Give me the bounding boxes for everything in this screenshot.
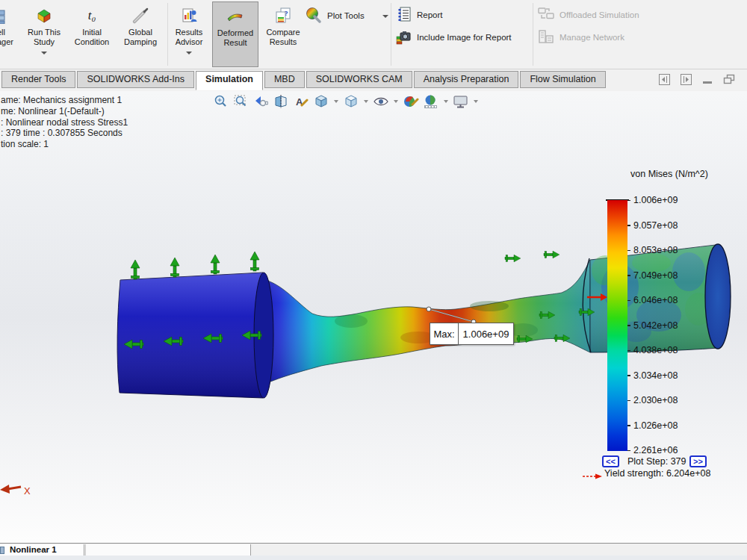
study-tab-nonlinear1[interactable]: Nonlinear 1 — [0, 544, 84, 556]
display-style-icon[interactable] — [343, 93, 359, 110]
compare-results-label: Compare Results — [261, 28, 306, 47]
info-plot-step: : 379 time : 0.307855 Seconds — [1, 128, 128, 139]
include-image-button[interactable]: Include Image for Report — [394, 28, 512, 47]
initial-condition-button[interactable]: t₀ Initial Condition — [69, 1, 114, 67]
view-orientation-caret[interactable] — [334, 100, 338, 103]
legend-color-bar — [607, 200, 627, 451]
tab-solidworks-add-ins[interactable]: SOLIDWORKS Add-Ins — [77, 71, 194, 88]
initial-condition-label: Initial Condition — [69, 28, 114, 47]
pane-collapse-left-icon[interactable] — [659, 74, 670, 88]
commandmanager-tab-bar: Render Tools SOLIDWORKS Add-Ins Simulati… — [0, 69, 747, 91]
compare-results-button[interactable]: ? Compare Results — [261, 1, 306, 67]
legend-tick-value: 8.053e+08 — [633, 245, 678, 255]
stress-legend: von Mises (N/m^2) 1.006e+09 9.057e+08 8.… — [583, 166, 747, 494]
coordinate-triad: X — [0, 485, 31, 497]
yield-strength-label: Yield strength: 6.204e+08 — [604, 468, 710, 479]
shell-manager-button[interactable]: ell ager — [0, 1, 21, 67]
manage-network-label: Manage Network — [560, 33, 624, 42]
run-this-study-button[interactable]: Run This Study — [21, 1, 67, 67]
results-advisor-label: Results Advisor — [170, 28, 208, 47]
results-advisor-dropdown-caret[interactable] — [186, 52, 192, 55]
plot-tools-label: Plot Tools — [327, 11, 365, 20]
plot-tools-button[interactable]: Plot Tools — [305, 6, 388, 25]
tab-flow-simulation[interactable]: Flow Simulation — [520, 71, 605, 88]
ribbon-separator — [391, 3, 391, 66]
run-study-label: Run This Study — [21, 28, 67, 47]
report-label: Report — [417, 10, 443, 19]
study-tab-label: Nonlinear 1 — [10, 545, 57, 554]
run-study-icon — [21, 5, 67, 26]
edit-appearance-icon[interactable] — [403, 93, 419, 110]
legend-tick-value: 1.026e+08 — [633, 420, 678, 431]
deformed-result-button[interactable]: Deformed Result — [212, 1, 258, 67]
zoom-to-fit-icon[interactable] — [212, 93, 229, 110]
legend-tick-value: 5.042e+08 — [633, 320, 678, 331]
triad-x-label: X — [24, 485, 31, 497]
graphics-area[interactable]: X ame: Mechanics assignment 1 me: Nonlin… — [0, 91, 747, 543]
annotations-icon[interactable]: A — [293, 93, 309, 110]
hide-show-items-caret[interactable] — [394, 100, 398, 103]
initial-condition-icon: t₀ — [88, 8, 96, 23]
global-damping-icon — [117, 5, 164, 26]
apply-scene-caret[interactable] — [444, 100, 448, 103]
heads-up-toolbar: A — [212, 93, 479, 110]
deformed-result-label: Deformed Result — [213, 28, 258, 48]
plot-step-prev-button[interactable]: << — [602, 455, 619, 467]
shell-manager-label: ell ager — [0, 28, 21, 47]
display-style-caret[interactable] — [364, 100, 368, 103]
status-bar — [0, 556, 747, 560]
view-settings-caret[interactable] — [474, 100, 478, 103]
tab-analysis-preparation[interactable]: Analysis Preparation — [414, 71, 519, 88]
plot-step-next-button[interactable]: >> — [689, 455, 707, 467]
study-tab-bar: Nonlinear 1 — [0, 543, 747, 556]
info-plot-type: : Nonlinear nodal stress Stress1 — [1, 117, 128, 128]
gauge-shading — [263, 260, 590, 384]
include-image-icon — [394, 28, 412, 47]
tab-solidworks-cam[interactable]: SOLIDWORKS CAM — [306, 71, 412, 88]
tab-mbd[interactable]: MBD — [264, 71, 305, 88]
view-orientation-icon[interactable] — [313, 93, 329, 110]
max-value-callout[interactable]: Max: 1.006e+09 — [430, 323, 514, 345]
results-advisor-button[interactable]: Results Advisor — [170, 1, 208, 67]
results-advisor-icon — [170, 5, 208, 26]
hide-show-items-icon[interactable] — [373, 93, 389, 110]
shell-manager-icon — [0, 5, 21, 26]
apply-scene-icon[interactable] — [423, 93, 439, 110]
offloaded-simulation-icon — [537, 6, 555, 24]
view-settings-icon[interactable] — [453, 93, 469, 110]
report-icon — [396, 6, 412, 24]
run-study-dropdown-caret[interactable] — [41, 52, 47, 55]
global-damping-label: Global Damping — [117, 28, 164, 47]
plot-tools-dropdown-caret[interactable] — [382, 15, 388, 18]
ribbon-separator — [167, 3, 168, 66]
tab-simulation[interactable]: Simulation — [196, 71, 263, 90]
legend-tick-value: 1.006e+09 — [633, 195, 678, 205]
tab-render-tools[interactable]: Render Tools — [1, 71, 75, 88]
info-deformation-scale: tion scale: 1 — [1, 139, 128, 150]
pane-collapse-right-icon[interactable] — [681, 74, 692, 88]
minimize-icon[interactable] — [702, 74, 713, 88]
study-tab-empty[interactable] — [85, 544, 251, 556]
section-view-icon[interactable] — [273, 93, 289, 110]
global-damping-button[interactable]: Global Damping — [117, 1, 164, 67]
compare-results-icon: ? — [261, 5, 306, 26]
solidworks-window: ell ager Run This Study t₀ Initial Condi… — [0, 0, 747, 560]
legend-tick-value: 2.261e+06 — [633, 445, 678, 455]
restore-window-icon[interactable] — [723, 74, 735, 88]
zoom-to-area-icon[interactable] — [232, 93, 249, 110]
report-button[interactable]: Report — [396, 6, 443, 24]
previous-view-icon[interactable] — [252, 93, 269, 110]
include-image-label: Include Image for Report — [417, 33, 512, 42]
info-study-name: me: Nonlinear 1(-Default-) — [1, 106, 128, 117]
manage-network-icon — [537, 28, 555, 46]
yield-strength-arrow-icon — [583, 473, 603, 479]
legend-title: von Mises (N/m^2) — [630, 169, 708, 179]
max-callout-label: Max: — [430, 323, 459, 344]
legend-tick-value: 3.034e+08 — [633, 370, 678, 381]
deformed-result-icon — [213, 6, 258, 27]
study-tab-icon — [0, 547, 4, 554]
legend-tick-value: 4.038e+08 — [633, 345, 678, 355]
ribbon-separator — [533, 3, 533, 66]
simulation-ribbon: ell ager Run This Study t₀ Initial Condi… — [0, 0, 747, 69]
manage-network-button: Manage Network — [537, 28, 624, 46]
